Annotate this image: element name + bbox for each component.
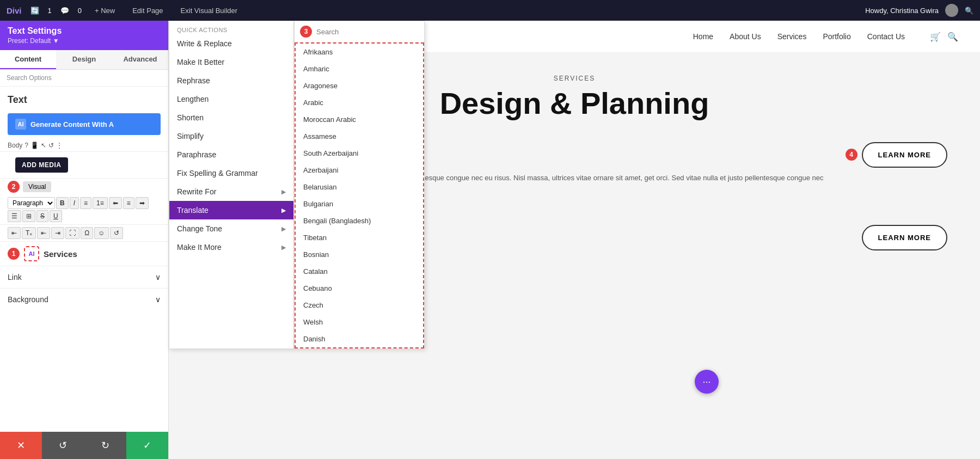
lang-south-azerbaijani[interactable]: South Azerbaijani [296,145,423,162]
help-icon[interactable]: ? [24,142,28,149]
lang-cebuano[interactable]: Cebuano [296,280,423,297]
decrease-indent-button[interactable]: ⇤ [37,227,50,239]
ai-inline-badge[interactable]: AI [24,246,39,261]
more-icon[interactable]: ⋮ [56,142,63,149]
menu-item-change-tone[interactable]: Change Tone ▶ [169,219,293,238]
menu-item-rewrite-for[interactable]: Rewrite For ▶ [169,182,293,201]
lang-tibetan[interactable]: Tibetan [296,229,423,246]
lang-welsh[interactable]: Welsh [296,314,423,331]
floating-action-button[interactable]: ··· [695,370,719,394]
strikethrough-button[interactable]: S [36,210,48,222]
menu-item-make-better[interactable]: Make It Better [169,53,293,71]
edit-page-button[interactable]: Edit Page [128,5,167,16]
lang-assamese[interactable]: Assamese [296,128,423,145]
undo-button[interactable]: ↺ [42,432,84,459]
nav-home[interactable]: Home [693,32,713,41]
menu-item-fix-spelling[interactable]: Fix Spelling & Grammar [169,164,293,182]
redo-button[interactable]: ↻ [84,432,126,459]
lang-bengali-bangladesh[interactable]: Bengali (Bangladesh) [296,212,423,229]
indent-button[interactable]: ⇤ [8,227,21,239]
nav-contact[interactable]: Contact Us [867,32,905,41]
align-right-button[interactable]: ➡ [136,197,149,209]
align-justify-button[interactable]: ☰ [8,210,21,222]
menu-item-shorten[interactable]: Shorten [169,108,293,127]
mobile-icon[interactable]: 📱 [30,142,39,149]
undo-edit-button[interactable]: ↺ [110,227,123,239]
panel-bottom: ✕ ↺ ↻ ✓ [0,432,168,459]
menu-item-translate[interactable]: Translate ▶ [169,201,293,219]
panel-subtitle[interactable]: Preset: Default ▼ [8,37,161,45]
nav-about[interactable]: About Us [730,32,761,41]
tab-content[interactable]: Content [0,50,56,69]
menu-item-make-it-more[interactable]: Make It More ▶ [169,238,293,256]
lang-czech[interactable]: Czech [296,297,423,314]
step-badge-2: 2 [8,181,20,193]
link-section[interactable]: Link ∨ [0,266,168,288]
lang-belarusian[interactable]: Belarusian [296,179,423,195]
cursor-icon[interactable]: ↖ [41,142,46,149]
visual-tab[interactable]: Visual [23,181,51,192]
close-button[interactable]: ✕ [0,432,42,459]
menu-item-rephrase[interactable]: Rephrase [169,71,293,90]
learn-more-button-1[interactable]: LEARN MORE [862,142,947,168]
fullscreen-button[interactable]: ⛶ [65,227,79,239]
ordered-list-button[interactable]: 1≡ [93,197,108,209]
generate-content-button[interactable]: AI Generate Content With A [8,113,161,135]
unordered-list-button[interactable]: ≡ [80,197,91,209]
confirm-button[interactable]: ✓ [126,432,168,459]
undo-icon[interactable]: ↺ [48,142,54,149]
align-center-button[interactable]: ≡ [123,197,134,209]
outdent-button[interactable]: Tₓ [22,227,36,239]
tab-advanced[interactable]: Advanced [112,50,168,69]
toolbar-row: Body ? 📱 ↖ ↺ ⋮ [0,139,168,152]
panel-title: Text Settings [8,26,161,36]
tab-design[interactable]: Design [56,50,112,69]
align-left-button[interactable]: ⬅ [109,197,122,209]
menu-item-simplify[interactable]: Simplify [169,127,293,145]
underline-button[interactable]: U [50,210,62,222]
increase-indent-button[interactable]: ⇥ [51,227,64,239]
nav-portfolio[interactable]: Portfolio [823,32,850,41]
lang-amharic[interactable]: Amharic [296,60,423,77]
site-nav: Home About Us Services Portfolio Contact… [693,32,958,42]
nav-services[interactable]: Services [777,32,807,41]
special-char-button[interactable]: Ω [81,227,93,239]
lang-azerbaijani[interactable]: Azerbaijani [296,162,423,179]
learn-more-button-2[interactable]: LEARN MORE [862,225,947,250]
left-panel: Text Settings Preset: Default ▼ Content … [0,21,169,459]
step-badge-4: 4 [846,149,857,161]
new-button[interactable]: + New [90,5,119,16]
menu-item-lengthen[interactable]: Lengthen [169,90,293,108]
panel-body: Text AI Generate Content With A Body ? 📱… [0,87,168,432]
exit-visual-builder-button[interactable]: Exit Visual Builder [176,5,242,16]
emoji-button[interactable]: ☺ [94,227,108,239]
lang-catalan[interactable]: Catalan [296,263,423,280]
search-icon[interactable]: 🔍 [965,7,973,15]
make-it-more-arrow-icon: ▶ [281,244,286,251]
lang-aragonese[interactable]: Aragonese [296,77,423,94]
language-search-input[interactable] [316,28,419,36]
menu-item-write-replace[interactable]: Write & Replace [169,34,293,53]
italic-button[interactable]: I [70,197,79,209]
step-badge-3: 3 [300,26,312,38]
content-text: Services [44,249,77,259]
body-selector[interactable]: Body [8,142,22,149]
table-button[interactable]: ⊞ [22,210,35,222]
lang-afrikaans[interactable]: Afrikaans [296,44,423,60]
howdy-text: Howdy, Christina Gwira [865,7,939,15]
main-layout: Text Settings Preset: Default ▼ Content … [0,21,980,459]
lang-arabic[interactable]: Arabic [296,94,423,111]
add-media-button[interactable]: ADD MEDIA [15,157,68,173]
paragraph-select[interactable]: Paragraph [8,197,55,209]
background-section[interactable]: Background ∨ [0,288,168,310]
change-tone-arrow-icon: ▶ [281,225,286,232]
bold-button[interactable]: B [56,197,69,209]
panel-search-options: Search Options [0,70,168,87]
lang-danish[interactable]: Danish [296,331,423,347]
menu-item-paraphrase[interactable]: Paraphrase [169,145,293,164]
cart-icon[interactable]: 🛒 [930,32,941,42]
lang-bulgarian[interactable]: Bulgarian [296,195,423,212]
lang-moroccan-arabic[interactable]: Moroccan Arabic [296,111,423,128]
lang-bosnian[interactable]: Bosnian [296,246,423,263]
search-icon[interactable]: 🔍 [947,32,958,42]
